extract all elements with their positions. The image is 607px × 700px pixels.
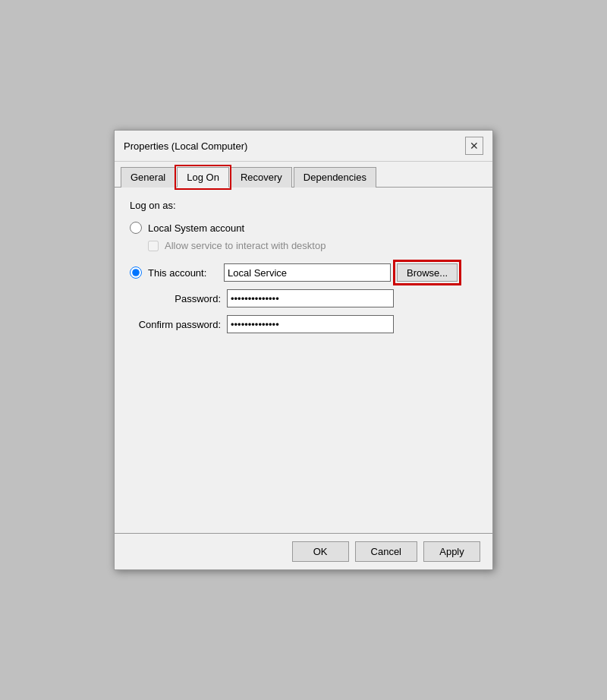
- logon-section-label: Log on as:: [130, 200, 477, 211]
- tab-recovery[interactable]: Recovery: [231, 167, 292, 188]
- dialog-title: Properties (Local Computer): [124, 140, 247, 152]
- tab-logon[interactable]: Log On: [177, 167, 229, 188]
- footer-bar: OK Cancel Apply: [115, 533, 492, 569]
- logon-tab-content: Log on as: Local System account Allow se…: [115, 188, 492, 533]
- close-button[interactable]: ✕: [465, 137, 483, 155]
- interact-label: Allow service to interact with desktop: [165, 240, 326, 251]
- properties-dialog: Properties (Local Computer) ✕ General Lo…: [114, 130, 493, 570]
- title-bar: Properties (Local Computer) ✕: [115, 131, 492, 162]
- tab-general[interactable]: General: [121, 167, 175, 188]
- confirm-password-row: Confirm password:: [130, 315, 477, 333]
- this-account-radio[interactable]: [130, 266, 142, 279]
- local-system-radio[interactable]: [130, 222, 142, 234]
- confirm-password-input[interactable]: [227, 315, 394, 333]
- interact-checkbox[interactable]: [148, 241, 159, 251]
- this-account-label: This account:: [148, 267, 224, 279]
- browse-button[interactable]: Browse...: [397, 263, 458, 282]
- ok-button[interactable]: OK: [292, 541, 349, 562]
- tab-bar: General Log On Recovery Dependencies: [115, 162, 492, 188]
- confirm-password-label: Confirm password:: [130, 319, 221, 330]
- account-section: This account: Browse... Password: Confir…: [130, 263, 477, 333]
- cancel-button[interactable]: Cancel: [355, 541, 417, 562]
- interact-checkbox-row: Allow service to interact with desktop: [148, 240, 477, 251]
- password-label: Password:: [130, 293, 221, 304]
- local-system-label: Local System account: [148, 222, 244, 234]
- password-input[interactable]: [227, 289, 394, 307]
- account-input[interactable]: [224, 263, 391, 282]
- password-row: Password:: [130, 289, 477, 307]
- apply-button[interactable]: Apply: [423, 541, 480, 562]
- local-system-row: Local System account: [130, 222, 477, 234]
- this-account-row: This account: Browse...: [130, 263, 477, 282]
- tab-dependencies[interactable]: Dependencies: [294, 167, 376, 188]
